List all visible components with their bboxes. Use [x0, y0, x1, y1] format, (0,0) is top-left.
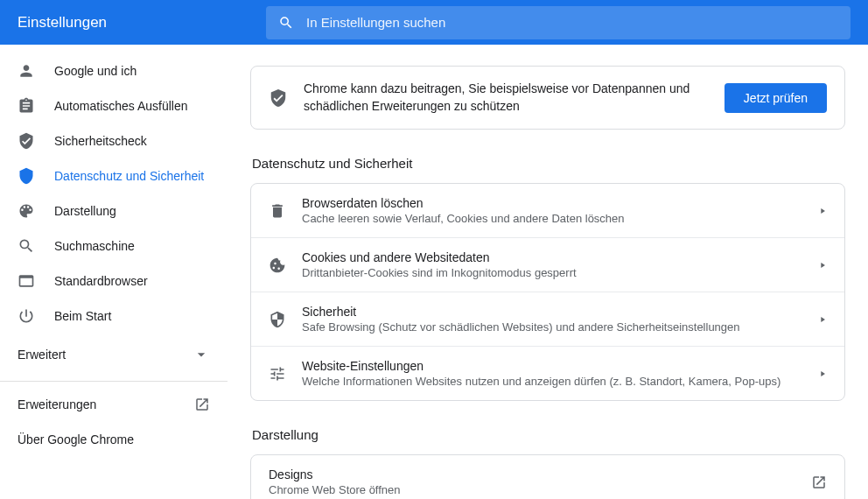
browser-icon [18, 272, 35, 290]
shield-icon [18, 167, 35, 185]
sidebar-item-on-startup[interactable]: Beim Start [0, 299, 228, 334]
row-cookies[interactable]: Cookies und andere Websitedaten Drittanb… [251, 237, 844, 292]
verified-icon [18, 132, 35, 150]
sidebar-item-safety-check[interactable]: Sicherheitscheck [0, 123, 228, 158]
open-in-new-icon [811, 474, 827, 490]
row-title: Sicherheit [302, 305, 802, 319]
chevron-right-icon [818, 207, 827, 215]
row-sub: Drittanbieter-Cookies sind im Inkognitom… [302, 266, 802, 279]
sidebar-item-autofill[interactable]: Automatisches Ausfüllen [0, 88, 228, 123]
sidebar-item-default-browser[interactable]: Standardbrowser [0, 264, 228, 299]
sidebar-advanced-toggle[interactable]: Erweitert [0, 334, 228, 376]
sidebar-item-appearance[interactable]: Darstellung [0, 193, 228, 228]
sidebar-extensions[interactable]: Erweiterungen [0, 387, 228, 422]
page-title: Einstellungen [18, 14, 248, 32]
sidebar-item-label: Suchmaschine [54, 239, 135, 253]
person-icon [18, 62, 35, 80]
search-icon [278, 15, 294, 31]
sidebar-item-label: Automatisches Ausfüllen [54, 99, 188, 113]
sidebar-about-label: Über Google Chrome [18, 432, 134, 446]
row-title: Designs [269, 467, 795, 481]
power-icon [18, 307, 35, 325]
safety-banner-text: Chrome kann dazu beitragen, Sie beispiel… [304, 81, 709, 115]
chevron-right-icon [818, 369, 827, 378]
sidebar-about[interactable]: Über Google Chrome [0, 422, 228, 457]
row-security[interactable]: Sicherheit Safe Browsing (Schutz vor sch… [251, 292, 844, 346]
check-now-button[interactable]: Jetzt prüfen [724, 83, 827, 113]
sidebar-advanced-label: Erweitert [18, 348, 66, 362]
row-themes[interactable]: Designs Chrome Web Store öffnen [251, 455, 844, 499]
row-title: Website-Einstellungen [302, 359, 802, 373]
verified-icon [269, 88, 288, 108]
row-sub: Chrome Web Store öffnen [269, 483, 795, 496]
section-title-privacy: Datenschutz und Sicherheit [252, 156, 845, 171]
open-in-new-icon [194, 397, 210, 412]
sidebar-item-label: Sicherheitscheck [54, 134, 147, 148]
chevron-right-icon [818, 261, 827, 270]
row-sub: Cache leeren sowie Verlauf, Cookies und … [302, 212, 802, 225]
privacy-list: Browserdaten löschen Cache leeren sowie … [250, 183, 845, 401]
row-clear-browsing-data[interactable]: Browserdaten löschen Cache leeren sowie … [251, 184, 844, 237]
sidebar-item-label: Datenschutz und Sicherheit [54, 169, 204, 183]
sidebar-item-privacy[interactable]: Datenschutz und Sicherheit [0, 158, 228, 193]
sidebar-item-label: Beim Start [54, 309, 111, 323]
chevron-down-icon [192, 346, 210, 363]
delete-icon [269, 202, 286, 220]
sidebar-item-search-engine[interactable]: Suchmaschine [0, 228, 228, 264]
assignment-icon [18, 97, 35, 115]
safety-banner: Chrome kann dazu beitragen, Sie beispiel… [250, 66, 845, 130]
section-title-appearance: Darstellung [252, 427, 845, 442]
sidebar-extensions-label: Erweiterungen [18, 397, 96, 411]
appearance-list: Designs Chrome Web Store öffnen [250, 454, 845, 499]
main-content: Chrome kann dazu beitragen, Sie beispiel… [228, 45, 868, 499]
row-title: Browserdaten löschen [302, 196, 802, 210]
chevron-right-icon [818, 315, 827, 324]
sidebar: Google und ich Automatisches Ausfüllen S… [0, 45, 228, 499]
sidebar-item-label: Google und ich [54, 64, 136, 78]
cookie-icon [269, 257, 286, 274]
security-icon [269, 311, 286, 328]
row-sub: Welche Informationen Websites nutzen und… [302, 375, 802, 388]
tune-icon [269, 365, 286, 383]
row-site-settings[interactable]: Website-Einstellungen Welche Information… [251, 346, 844, 400]
row-title: Cookies und andere Websitedaten [302, 250, 802, 264]
palette-icon [18, 202, 35, 220]
header: Einstellungen [0, 0, 868, 45]
divider [0, 381, 228, 382]
sidebar-item-label: Standardbrowser [54, 274, 148, 288]
sidebar-item-you-and-google[interactable]: Google und ich [0, 53, 228, 88]
search-box[interactable] [266, 6, 850, 39]
row-sub: Safe Browsing (Schutz vor schädlichen We… [302, 320, 802, 334]
search-input[interactable] [306, 15, 838, 30]
sidebar-item-label: Darstellung [54, 204, 116, 218]
search-icon [18, 237, 35, 255]
